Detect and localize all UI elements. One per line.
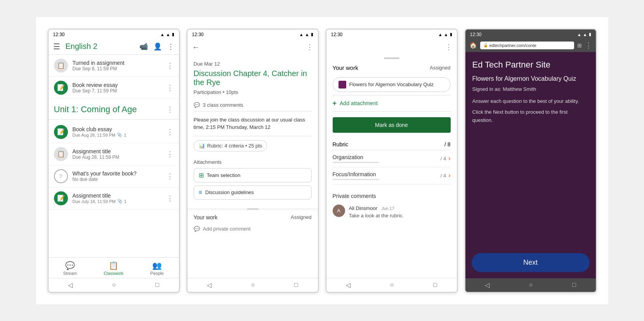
- s2-content: Due Mar 12 Discussion Chapter 4, Catcher…: [187, 56, 318, 208]
- back-system-2[interactable]: ◁: [207, 281, 212, 289]
- home-system-icon[interactable]: ○: [112, 281, 116, 289]
- assignment-item-4[interactable]: 📋 Assignment title Due Aug 28, 11:59 PM …: [49, 143, 179, 165]
- system-nav-4: ◁ ○ □: [465, 278, 596, 292]
- assignment-icon-6: 📝: [54, 191, 68, 205]
- signal-icon-2: ▲: [305, 32, 309, 37]
- s2-more[interactable]: ⋮: [306, 43, 313, 51]
- recents-system-4[interactable]: □: [572, 281, 576, 289]
- mark-done-button[interactable]: Mark as done: [333, 117, 451, 133]
- assignment-icon-4: 📋: [54, 147, 68, 161]
- people-label: People: [150, 271, 163, 276]
- comment-row: A Ali Dinsmoor Jun 17 Take a look at the…: [333, 201, 451, 222]
- assignment-title-1: Turned in assignment: [73, 60, 162, 66]
- status-bar-3: 12:30 ▲ ▲ ▮: [326, 29, 457, 39]
- menu-icon[interactable]: ☰: [53, 42, 60, 51]
- next-button[interactable]: Next: [472, 253, 590, 272]
- classwork-icon: 📋: [109, 261, 118, 270]
- assignment-due-5: No due date: [73, 177, 162, 182]
- class-title: English 2: [66, 42, 139, 51]
- comment-icon-2: 💬: [194, 226, 200, 232]
- nav-stream[interactable]: 💬 Stream: [49, 258, 92, 278]
- status-icons-3: ▲ ▲ ▮: [438, 32, 452, 37]
- assignment-item-2[interactable]: 📝 Book review essay Due Sep 7, 11:59 PM …: [49, 77, 179, 99]
- nav-classwork[interactable]: 📋 Classwork: [92, 258, 135, 278]
- phone-frame-3: 12:30 ▲ ▲ ▮ ⋮ Your work Assigned Flowers…: [326, 29, 458, 293]
- assignment-icon-2: 📝: [54, 81, 68, 95]
- rubric-row-1[interactable]: Organization / 4 ›: [333, 150, 451, 167]
- tab-count-icon[interactable]: ⊞: [577, 42, 582, 49]
- quiz-label: Flowers for Algernon Vocabulary Quiz: [349, 82, 434, 87]
- rubric-chip[interactable]: 📊 Rubric: 4 criteria • 25 pts: [194, 140, 267, 151]
- swipe-handle-bar: [384, 57, 399, 59]
- assignment-item-3[interactable]: 📝 Book club essay Due Aug 28, 11:59 PM 📎…: [49, 121, 179, 143]
- section-more[interactable]: ⋮: [167, 105, 174, 114]
- recents-system-2[interactable]: □: [294, 281, 298, 289]
- rubric-header: Rubric / 8: [333, 139, 451, 150]
- home-system-2[interactable]: ○: [251, 281, 255, 289]
- your-work-bar: Your work Assigned: [187, 210, 318, 223]
- back-system-icon[interactable]: ◁: [68, 281, 73, 289]
- due-date: Due Mar 12: [194, 61, 312, 67]
- time-2: 12:30: [192, 32, 204, 37]
- back-system-4[interactable]: ◁: [485, 281, 490, 289]
- assignment-icon-1: 📋: [54, 59, 68, 73]
- time-1: 12:30: [53, 32, 65, 37]
- assigned-label-3: Assigned: [430, 65, 450, 71]
- assignment-info-6: Assignment title Due July 18, 11:59 PM 📎…: [73, 193, 162, 204]
- home-system-4[interactable]: ○: [529, 281, 533, 289]
- content-area-1: 📋 Turned in assignment Due Sep 8, 11:59 …: [49, 55, 179, 257]
- assignment-info-5: What's your favorite book? No due date: [73, 170, 162, 182]
- doc-icon: ≡: [199, 189, 202, 196]
- quiz-chip[interactable]: Flowers for Algernon Vocabulary Quiz: [333, 77, 451, 92]
- work-header: Your work Assigned: [333, 61, 451, 74]
- rubric-section: Rubric / 8 Organization / 4 ›: [333, 136, 451, 187]
- scroll-handle: [247, 208, 259, 210]
- private-comment-row[interactable]: 💬 Add private comment: [187, 223, 318, 235]
- assignment-item-1[interactable]: 📋 Turned in assignment Due Sep 8, 11:59 …: [49, 55, 179, 77]
- assignment-item-6[interactable]: 📝 Assignment title Due July 18, 11:59 PM…: [49, 187, 179, 210]
- comment-icon: 💬: [194, 102, 200, 108]
- comment-date: Jun 17: [382, 206, 394, 211]
- more-options-5[interactable]: ⋮: [167, 172, 174, 180]
- rubric-row-1-info: Organization: [333, 154, 379, 163]
- recents-system-3[interactable]: □: [433, 281, 437, 289]
- rubric-row-2[interactable]: Focus/Information / 4 ›: [333, 167, 451, 184]
- attachment-1-label: Team selection: [207, 172, 241, 178]
- browser-bar: 🏠 🔒 edtechpartner.com/conte ⊞ ⋮: [465, 39, 596, 52]
- more-vert-icon[interactable]: ⋮: [167, 42, 174, 51]
- assignment-due-1: Due Sep 8, 11:59 PM: [73, 66, 162, 71]
- assignment-info-1: Turned in assignment Due Sep 8, 11:59 PM: [73, 60, 162, 71]
- attachment-1[interactable]: ⊞ Team selection: [194, 168, 312, 182]
- back-icon[interactable]: ←: [192, 43, 200, 52]
- url-bar[interactable]: 🔒 edtechpartner.com/conte: [480, 42, 574, 49]
- browser-home-icon[interactable]: 🏠: [469, 42, 477, 49]
- back-system-3[interactable]: ◁: [346, 281, 351, 289]
- rubric-icon: 📊: [199, 143, 205, 149]
- s4-content: Ed Tech Partner Site Flowers for Algerno…: [465, 52, 596, 247]
- url-text: edtechpartner.com/conte: [490, 43, 536, 48]
- attachment-2[interactable]: ≡ Discussion guidelines: [194, 186, 312, 200]
- browser-more-icon[interactable]: ⋮: [585, 41, 592, 50]
- recents-system-icon[interactable]: □: [155, 281, 159, 289]
- more-options-2[interactable]: ⋮: [167, 83, 174, 92]
- more-options-4[interactable]: ⋮: [167, 150, 174, 158]
- video-icon[interactable]: 📹: [139, 42, 148, 51]
- your-work-label-3: Your work: [333, 64, 358, 71]
- more-options-1[interactable]: ⋮: [167, 61, 174, 70]
- s3-more[interactable]: ⋮: [445, 43, 452, 51]
- person-add-icon[interactable]: 👤: [153, 42, 162, 51]
- instruction-1: Answer each question to the best of your…: [472, 97, 589, 106]
- section-title: Unit 1: Coming of Age: [54, 104, 137, 115]
- home-system-3[interactable]: ○: [390, 281, 394, 289]
- signal-icon-3: ▲: [444, 32, 448, 37]
- more-options-6[interactable]: ⋮: [167, 194, 174, 203]
- your-work-label: Your work: [194, 214, 218, 220]
- app-header-1: ☰ English 2 📹 👤 ⋮: [49, 39, 179, 55]
- battery-icon-4: ▮: [589, 32, 591, 37]
- more-options-3[interactable]: ⋮: [167, 128, 174, 136]
- nav-people[interactable]: 👥 People: [135, 258, 179, 278]
- assignment-item-5[interactable]: ? What's your favorite book? No due date…: [49, 165, 179, 187]
- add-attachment-row[interactable]: + Add attachment: [333, 95, 451, 112]
- rubric-total: / 8: [444, 141, 451, 147]
- rubric-score-1: / 4 ›: [441, 155, 451, 162]
